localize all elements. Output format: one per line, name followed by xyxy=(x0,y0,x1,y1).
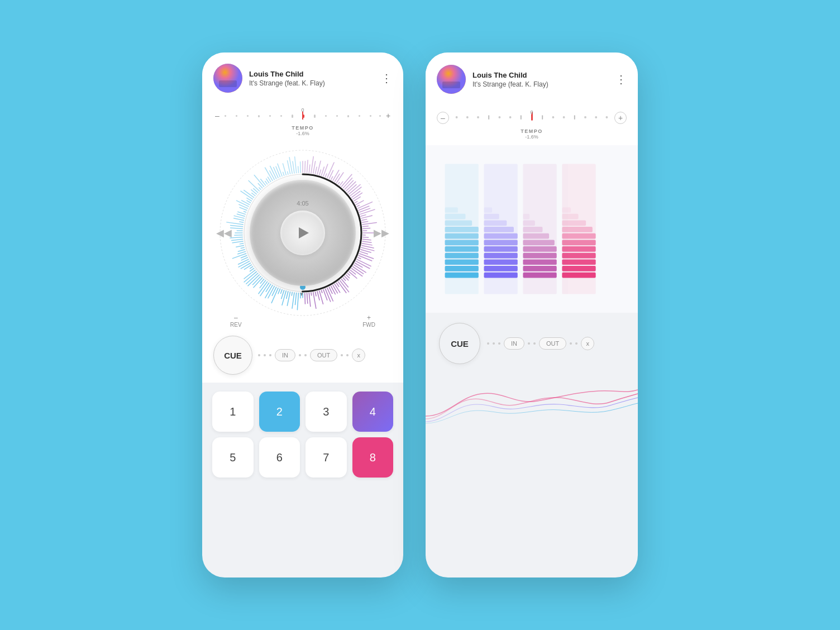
tempo-label-left: TEMPO -1.6% xyxy=(292,125,314,136)
svg-rect-17 xyxy=(379,115,381,117)
svg-rect-3 xyxy=(225,115,226,117)
chain-dot-r3 xyxy=(498,342,500,345)
svg-line-62 xyxy=(362,219,367,221)
key-1[interactable]: 1 xyxy=(212,392,254,432)
cue-button-left[interactable]: CUE xyxy=(213,336,252,375)
svg-line-96 xyxy=(336,283,339,287)
svg-line-181 xyxy=(259,188,261,189)
svg-rect-266 xyxy=(523,164,556,294)
skip-back-button[interactable]: ◀◀ xyxy=(216,227,232,239)
x-button-left[interactable]: x xyxy=(352,349,365,362)
svg-rect-209 xyxy=(488,115,489,120)
svg-line-63 xyxy=(362,221,367,222)
svg-line-104 xyxy=(321,290,322,293)
in-button-right[interactable]: IN xyxy=(504,337,524,350)
svg-line-191 xyxy=(274,167,278,178)
svg-line-64 xyxy=(362,222,376,225)
svg-rect-12 xyxy=(325,115,327,117)
svg-line-79 xyxy=(359,255,372,261)
svg-line-132 xyxy=(260,280,265,288)
spectrum-bars-svg xyxy=(437,153,627,305)
svg-line-37 xyxy=(331,176,333,180)
key-5[interactable]: 5 xyxy=(212,437,254,478)
svg-line-185 xyxy=(265,181,268,184)
svg-line-77 xyxy=(360,251,368,254)
ruler-track-left: 0 // Generated as inline SVG text below xyxy=(225,107,381,124)
svg-line-166 xyxy=(237,214,245,216)
svg-line-149 xyxy=(238,251,245,254)
svg-line-124 xyxy=(278,289,280,294)
out-button-left[interactable]: OUT xyxy=(310,349,337,361)
svg-line-92 xyxy=(343,278,345,280)
svg-line-98 xyxy=(333,285,337,293)
tempo-plus-right[interactable]: + xyxy=(614,112,627,124)
chain-dot-1 xyxy=(258,354,260,356)
header-text-right: Louis The Child It's Strange (feat. K. F… xyxy=(472,71,609,88)
svg-line-154 xyxy=(232,241,243,243)
svg-line-73 xyxy=(362,244,372,245)
tempo-ruler-left: – 0 // Generated as inline SVG text belo… xyxy=(213,107,392,124)
svg-line-148 xyxy=(233,254,246,259)
svg-line-34 xyxy=(325,174,326,177)
key-2[interactable]: 2 xyxy=(259,392,300,432)
cue-button-right[interactable]: CUE xyxy=(439,323,480,364)
chain-dot-r6 xyxy=(570,342,572,345)
svg-rect-1 xyxy=(219,80,237,87)
chain-dot-r1 xyxy=(487,342,489,345)
album-art-right xyxy=(437,65,466,94)
key-7[interactable]: 7 xyxy=(306,437,347,478)
chain-dot-r7 xyxy=(575,342,578,345)
chain-dot-4 xyxy=(299,354,301,356)
play-button[interactable] xyxy=(299,227,309,238)
svg-line-193 xyxy=(278,164,282,176)
svg-rect-11 xyxy=(314,114,316,118)
key-4[interactable]: 4 xyxy=(352,392,394,432)
svg-rect-8 xyxy=(280,115,282,117)
cue-section-left: CUE IN OUT x xyxy=(202,328,403,383)
svg-point-0 xyxy=(213,64,242,93)
svg-line-141 xyxy=(250,266,253,268)
more-button-right[interactable]: ⋮ xyxy=(615,74,627,85)
svg-point-203 xyxy=(437,65,466,94)
svg-line-70 xyxy=(363,237,369,238)
skip-fwd-button[interactable]: ▶▶ xyxy=(374,227,389,239)
left-phone: Louis The Child It's Strange (feat. K. F… xyxy=(202,52,403,578)
svg-point-210 xyxy=(498,116,500,118)
svg-line-28 xyxy=(313,161,316,174)
svg-line-50 xyxy=(351,191,360,197)
key-6[interactable]: 6 xyxy=(259,437,300,478)
track-time: 4:05 xyxy=(297,200,308,207)
key-3[interactable]: 3 xyxy=(306,392,347,432)
x-button-right[interactable]: x xyxy=(581,337,594,350)
album-art-left xyxy=(213,64,242,93)
more-button-left[interactable]: ⋮ xyxy=(381,73,392,84)
out-button-right[interactable]: OUT xyxy=(539,337,566,350)
svg-line-116 xyxy=(295,293,296,304)
svg-line-123 xyxy=(281,289,283,293)
svg-line-59 xyxy=(360,209,375,214)
tempo-label-right: TEMPO -1.6% xyxy=(521,128,543,140)
svg-line-29 xyxy=(315,167,317,174)
svg-rect-9 xyxy=(292,114,293,118)
svg-line-26 xyxy=(309,165,310,173)
svg-line-118 xyxy=(292,292,292,295)
key-8[interactable]: 8 xyxy=(352,437,394,478)
svg-rect-213 xyxy=(531,114,532,121)
tempo-ruler-right: – 0 xyxy=(437,108,627,127)
chain-dot-r5 xyxy=(533,342,536,345)
turntable-section: ▼ auto-generated below ◀◀ ▶▶ 4:05 xyxy=(202,141,403,328)
svg-line-129 xyxy=(266,284,270,292)
in-button-left[interactable]: IN xyxy=(275,349,295,361)
svg-line-110 xyxy=(309,293,311,306)
svg-line-202 xyxy=(300,162,301,173)
svg-rect-5 xyxy=(247,115,249,117)
chain-dot-3 xyxy=(269,354,271,356)
svg-line-163 xyxy=(240,222,244,222)
tempo-minus-right[interactable]: – xyxy=(437,112,449,124)
svg-line-90 xyxy=(346,275,350,278)
svg-line-33 xyxy=(323,164,328,176)
tempo-text-right: TEMPO xyxy=(521,128,543,134)
track-title-left: It's Strange (feat. K. Flay) xyxy=(249,79,374,87)
header-left: Louis The Child It's Strange (feat. K. F… xyxy=(202,52,403,101)
tempo-val-left: -1.6% xyxy=(292,131,314,136)
